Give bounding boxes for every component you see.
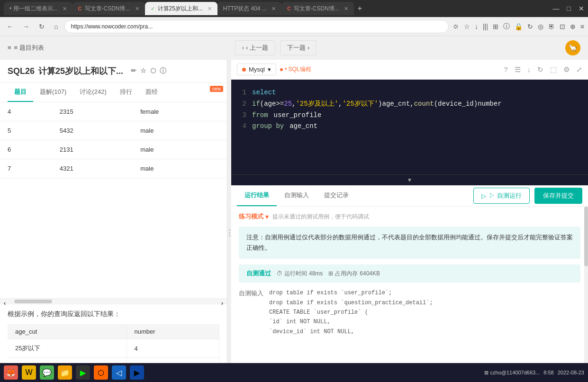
- taskbar-app-icon[interactable]: ⬡: [94, 365, 108, 380]
- problem-tabs: 题目 题解(107) 讨论(242) 排行 面经 new: [0, 83, 227, 102]
- scrollbar-thumb[interactable]: [14, 300, 52, 303]
- next-button[interactable]: 下一题 ›: [280, 40, 317, 55]
- age-cell: 25岁以下: [8, 339, 127, 358]
- nav-header: ≡ ≡ 题目列表 ‹ ‹ 上一题 下一题 › 🦙: [0, 36, 588, 60]
- prev-button[interactable]: ‹ ‹ 上一题: [235, 40, 275, 55]
- tab-4[interactable]: HTTP状态 404 ... ✕: [217, 2, 281, 15]
- bookmark-icon[interactable]: ⛭: [452, 23, 459, 30]
- minimize-button[interactable]: —: [553, 5, 560, 12]
- refresh-icon[interactable]: ↻: [537, 65, 543, 74]
- edit-icon[interactable]: ✏: [131, 67, 136, 75]
- mode-selector[interactable]: 练习模式 ▾: [239, 212, 269, 221]
- taskbar-music-icon[interactable]: ▶: [130, 365, 144, 380]
- tab-3-close[interactable]: ✕: [208, 6, 212, 12]
- right-nav-section: ‹ ‹ 上一题 下一题 › 🦙: [227, 36, 588, 60]
- layout-icon[interactable]: ⬚: [550, 65, 557, 74]
- tab-3[interactable]: ✓ 计算25岁以上和... ✕: [145, 2, 217, 15]
- problem-title-text: 计算25岁以上和以下...: [38, 65, 123, 77]
- cell: male: [133, 140, 227, 159]
- new-tab-button[interactable]: +: [354, 4, 366, 13]
- data-table-container: 4 2315 female 5 5432 male 6 2131 male: [0, 102, 227, 298]
- info-circle-icon[interactable]: ⓘ: [160, 67, 166, 75]
- menu-list-button[interactable]: ≡ ≡ 题目列表: [8, 44, 44, 52]
- split-icon[interactable]: ⊞: [493, 23, 498, 30]
- language-selector[interactable]: Mysql ▾: [237, 64, 276, 75]
- col-number: number: [127, 324, 219, 339]
- num-value: 25: [284, 100, 292, 108]
- tab-5[interactable]: C 写文章-CSDN博... ✕: [281, 2, 354, 15]
- home-button[interactable]: ⌂: [51, 21, 61, 32]
- download-icon[interactable]: ↓: [475, 23, 478, 30]
- taskbar-w-icon[interactable]: W: [22, 365, 36, 380]
- download-icon[interactable]: ↓: [527, 65, 531, 74]
- chevron-down-icon: ▼: [407, 177, 413, 183]
- tab-solutions[interactable]: 题解(107): [33, 83, 73, 102]
- memory-info: ⊞ 占用内存 6404KB: [328, 270, 380, 278]
- result-tab-history[interactable]: 提交记录: [317, 185, 356, 206]
- tab-2[interactable]: C 写文章-CSDN博... ✕: [72, 2, 145, 15]
- taskbar-wechat-icon[interactable]: 💬: [40, 365, 54, 380]
- panel-divider[interactable]: [227, 60, 231, 382]
- result-tab-test[interactable]: 自测输入: [277, 185, 317, 206]
- ext-icon[interactable]: ⊡: [560, 23, 565, 30]
- taskbar-folder-icon[interactable]: 📁: [58, 365, 72, 380]
- code-editor[interactable]: 1 select 2 if(age>=25,'25岁及以上','25岁以下')a…: [231, 80, 588, 174]
- forward-button[interactable]: →: [20, 21, 32, 32]
- problem-id: SQL26: [8, 66, 35, 76]
- problem-header: SQL26 计算25岁以上和以下... ✏ ☆ ⬡ ⓘ: [0, 60, 227, 83]
- result-tab-run[interactable]: 运行结果: [237, 185, 277, 206]
- globe-icon[interactable]: ⊕: [570, 23, 576, 30]
- shield-icon[interactable]: ⛨: [548, 23, 555, 30]
- pass-status: 自测通过: [246, 269, 271, 278]
- right-scrollbar[interactable]: [584, 207, 588, 382]
- code-line-1: 1 select: [239, 87, 580, 99]
- tab-problem[interactable]: 题目: [8, 83, 33, 102]
- prev-label: ‹ 上一题: [246, 44, 268, 52]
- star-icon[interactable]: ☆: [464, 23, 470, 30]
- tab-1[interactable]: • 用一组二维表示... ✕: [4, 2, 72, 15]
- tab-2-close[interactable]: ✕: [135, 6, 139, 12]
- info-icon[interactable]: ⓘ: [503, 22, 510, 31]
- test-input-line: CREATE TABLE `user_profile` (: [269, 308, 580, 317]
- close-button[interactable]: ✕: [579, 5, 584, 12]
- library-icon[interactable]: |||: [483, 23, 488, 30]
- reload-button[interactable]: ↻: [36, 21, 47, 32]
- tab-rank[interactable]: 排行: [113, 83, 139, 102]
- maximize-button[interactable]: □: [567, 5, 571, 12]
- expand-button[interactable]: ▼: [231, 174, 588, 185]
- sync-icon[interactable]: ↻: [527, 23, 533, 30]
- tab-1-close[interactable]: ✕: [63, 6, 67, 12]
- profile-icon[interactable]: ◎: [538, 23, 543, 30]
- settings-icon[interactable]: ⚙: [563, 65, 570, 74]
- mode-hint: 提示未通过的测试用例，便于代码调试: [272, 213, 369, 221]
- tab-4-close[interactable]: ✕: [271, 6, 276, 12]
- avatar[interactable]: 🦙: [565, 40, 580, 55]
- horizontal-scrollbar[interactable]: ‹ ›: [0, 298, 227, 304]
- back-button[interactable]: ←: [4, 21, 16, 32]
- taskbar-terminal-icon[interactable]: ▶: [76, 365, 90, 380]
- tab-interview[interactable]: 面经: [139, 83, 164, 102]
- fullscreen-icon[interactable]: ⤢: [576, 65, 582, 74]
- more-icon[interactable]: ≡: [580, 23, 584, 30]
- scroll-right-icon[interactable]: ›: [221, 300, 223, 307]
- tab-discuss[interactable]: 讨论(242): [73, 83, 113, 102]
- scroll-arrows: ‹ ›: [0, 299, 227, 308]
- function-value: count: [414, 100, 434, 108]
- scroll-left-icon[interactable]: ‹: [4, 300, 6, 307]
- right-panel: Mysql ▾ • SQL编程 ? ☰ ↓ ↻ ⬚ ⚙ ⤢ 1 select: [231, 60, 588, 382]
- code-header-icons: ? ☰ ↓ ↻ ⬚ ⚙ ⤢: [504, 65, 582, 74]
- url-input[interactable]: [64, 20, 448, 33]
- submit-button[interactable]: 保存并提交: [534, 188, 582, 204]
- run-button[interactable]: ▷ ▷ 自测运行: [473, 188, 530, 204]
- tab-5-close[interactable]: ✕: [344, 6, 348, 12]
- list-icon[interactable]: ☰: [515, 65, 521, 74]
- lock-icon[interactable]: 🔒: [515, 23, 523, 30]
- share-icon[interactable]: ⬡: [150, 67, 156, 75]
- taskbar-code-icon[interactable]: ◁: [112, 365, 126, 380]
- test-input-section: 自测输入 drop table if exists `user_profile`…: [239, 288, 580, 337]
- star-icon[interactable]: ☆: [140, 67, 146, 75]
- string-value: '25岁以下': [342, 100, 378, 108]
- taskbar-firefox-icon[interactable]: 🦊: [4, 365, 18, 380]
- help-icon[interactable]: ?: [504, 65, 507, 74]
- chevron-down-icon: ▾: [268, 66, 271, 73]
